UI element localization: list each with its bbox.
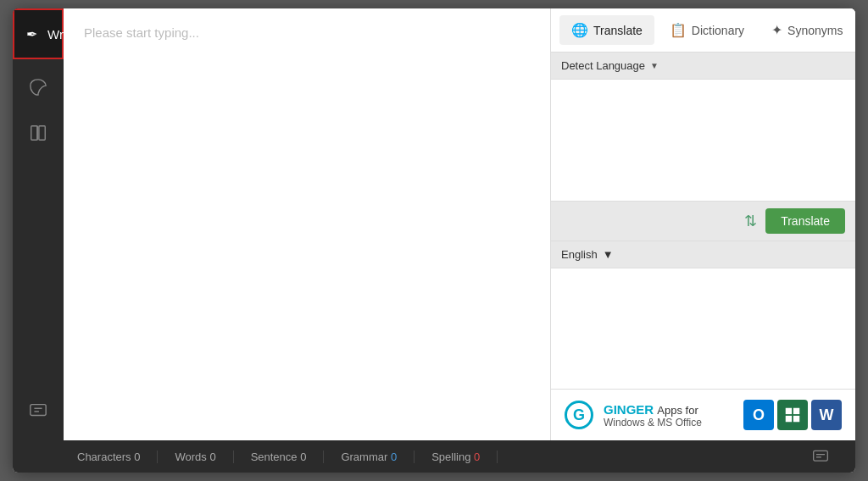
word-letter: W [820, 406, 834, 424]
ginger-brand-name: GINGER [604, 402, 657, 417]
tab-translate[interactable]: 🌐 Translate [559, 15, 654, 45]
status-sentence: Sentence 0 [234, 451, 325, 463]
ginger-g-icon: G [565, 401, 593, 429]
status-grammar: Grammar 0 [324, 451, 415, 463]
sidebar-item-book[interactable] [13, 112, 64, 154]
grammar-label: Grammar [341, 451, 387, 463]
english-language-bar[interactable]: English ▼ [551, 241, 855, 268]
svg-rect-0 [31, 126, 37, 141]
globe-icon: 🌐 [571, 22, 588, 38]
translate-panel: Detect Language ▼ ⇅ Translate English ▼ [551, 53, 855, 440]
sidebar-item-leaf[interactable] [13, 66, 64, 108]
ginger-text: GINGER Apps for Windows & MS Office [604, 402, 702, 428]
sentence-count: 0 [300, 451, 306, 463]
status-characters: Characters 0 [26, 451, 158, 463]
ginger-brand-line: GINGER Apps for [604, 402, 702, 417]
status-bar: Characters 0 Words 0 Sentence 0 Grammar … [13, 440, 855, 473]
ginger-banner: G GINGER Apps for Windows & MS Office O [551, 389, 855, 440]
characters-label: Characters [77, 451, 131, 463]
sidebar: ✒ Write [13, 8, 64, 440]
tab-dictionary[interactable]: 📋 Dictionary [658, 15, 756, 45]
words-count: 0 [209, 451, 215, 463]
main-content: Please start typing... [64, 8, 550, 440]
ginger-apps-for: Apps for [657, 404, 698, 417]
svg-rect-7 [793, 408, 799, 414]
word-icon[interactable]: W [811, 400, 842, 430]
dictionary-icon: 📋 [670, 22, 687, 38]
detect-language-label: Detect Language [561, 59, 645, 72]
svg-rect-10 [814, 451, 828, 461]
sidebar-item-chat[interactable] [13, 390, 64, 432]
pen-icon: ✒ [26, 26, 37, 42]
tab-translate-label: Translate [593, 24, 643, 37]
svg-rect-6 [786, 408, 792, 414]
sidebar-icons [13, 59, 64, 154]
detect-dropdown-arrow: ▼ [650, 61, 659, 70]
target-language-label: English [561, 248, 598, 261]
main-area: ✒ Write [13, 8, 855, 440]
svg-rect-9 [793, 416, 799, 422]
tab-synonyms[interactable]: ✦ Synonyms [760, 15, 854, 45]
sidebar-bottom [13, 390, 64, 432]
status-words: Words 0 [158, 451, 233, 463]
sentence-label: Sentence [251, 451, 298, 463]
swap-icon[interactable]: ⇅ [744, 212, 757, 230]
editor-placeholder: Please start typing... [84, 25, 199, 40]
message-icon[interactable] [799, 440, 842, 473]
svg-rect-1 [39, 126, 45, 141]
characters-count: 0 [134, 451, 140, 463]
words-label: Words [175, 451, 206, 463]
target-text-area[interactable] [551, 268, 855, 390]
right-tabs: 🌐 Translate 📋 Dictionary ✦ Synonyms [551, 8, 855, 53]
outlook-letter: O [753, 406, 765, 424]
editor-area[interactable]: Please start typing... [64, 8, 550, 440]
detect-language-bar[interactable]: Detect Language ▼ [551, 53, 855, 80]
spelling-count: 0 [474, 451, 480, 463]
source-text-area[interactable] [551, 80, 855, 201]
excel-icon[interactable] [777, 400, 808, 430]
tab-dictionary-label: Dictionary [692, 24, 744, 37]
ginger-logo: G [565, 401, 593, 429]
svg-rect-3 [31, 405, 46, 416]
svg-rect-8 [786, 416, 792, 422]
grammar-count: 0 [391, 451, 397, 463]
translate-actions: ⇅ Translate [551, 201, 855, 241]
english-dropdown-arrow: ▼ [603, 248, 614, 261]
status-spelling: Spelling 0 [415, 451, 498, 463]
spelling-label: Spelling [431, 451, 470, 463]
right-panel: 🌐 Translate 📋 Dictionary ✦ Synonyms Dete… [550, 8, 855, 440]
app-container: ✒ Write [13, 8, 855, 473]
synonyms-icon: ✦ [771, 22, 782, 38]
ginger-platform: Windows & MS Office [604, 417, 702, 428]
tab-synonyms-label: Synonyms [787, 24, 843, 37]
office-icons: O W [743, 400, 842, 430]
translate-button[interactable]: Translate [765, 208, 845, 234]
sidebar-item-write[interactable]: ✒ Write [13, 8, 64, 59]
outlook-icon[interactable]: O [743, 400, 774, 430]
